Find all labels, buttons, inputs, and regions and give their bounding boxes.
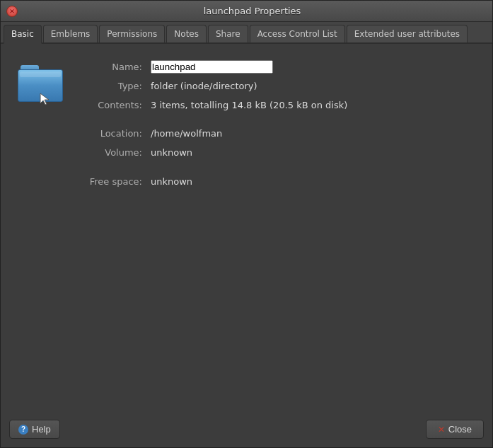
window-close-button[interactable]: ✕ <box>6 6 18 17</box>
folder-icon-container <box>15 58 66 109</box>
tab-content-basic: Name: Type: folder (inode/directory) Con… <box>1 44 492 413</box>
bottom-bar: ? Help ✕ Close <box>1 413 492 447</box>
freespace-label: Free space: <box>80 173 151 192</box>
file-info-section: Name: Type: folder (inode/directory) Con… <box>15 58 478 192</box>
name-input[interactable] <box>151 60 273 74</box>
type-label: Type: <box>80 77 151 96</box>
cursor-icon <box>39 92 50 106</box>
type-value: folder (inode/directory) <box>151 77 478 96</box>
tab-permissions[interactable]: Permissions <box>99 25 165 42</box>
help-icon: ? <box>18 425 28 435</box>
tab-emblems[interactable]: Emblems <box>43 25 98 42</box>
freespace-value: unknown <box>151 173 478 192</box>
name-label: Name: <box>80 58 151 77</box>
properties-window: ✕ launchpad Properties Basic Emblems Per… <box>0 0 493 448</box>
tab-basic[interactable]: Basic <box>4 25 42 44</box>
tab-ext-attr[interactable]: Extended user attributes <box>347 25 468 42</box>
close-button[interactable]: ✕ Close <box>426 420 484 439</box>
tab-notes[interactable]: Notes <box>166 25 207 42</box>
titlebar: ✕ launchpad Properties <box>1 1 492 22</box>
contents-value: 3 items, totalling 14.8 kB (20.5 kB on d… <box>151 96 478 115</box>
contents-label: Contents: <box>80 96 151 115</box>
tab-acl[interactable]: Access Control List <box>250 25 345 42</box>
help-button[interactable]: ? Help <box>9 420 60 439</box>
location-label: Location: <box>80 125 151 144</box>
window-title: launchpad Properties <box>18 6 487 16</box>
properties-grid: Name: Type: folder (inode/directory) Con… <box>80 58 478 192</box>
tab-share[interactable]: Share <box>208 25 248 42</box>
volume-value: unknown <box>151 144 478 163</box>
svg-marker-0 <box>40 93 49 105</box>
volume-label: Volume: <box>80 144 151 163</box>
help-button-label: Help <box>32 424 51 435</box>
close-button-label: Close <box>448 424 472 435</box>
spacer-1 <box>80 115 478 125</box>
close-icon: ✕ <box>438 425 445 435</box>
spacer-2 <box>80 163 478 173</box>
name-value <box>151 58 478 77</box>
location-value: /home/wolfman <box>151 125 478 144</box>
tab-bar: Basic Emblems Permissions Notes Share Ac… <box>1 22 492 44</box>
